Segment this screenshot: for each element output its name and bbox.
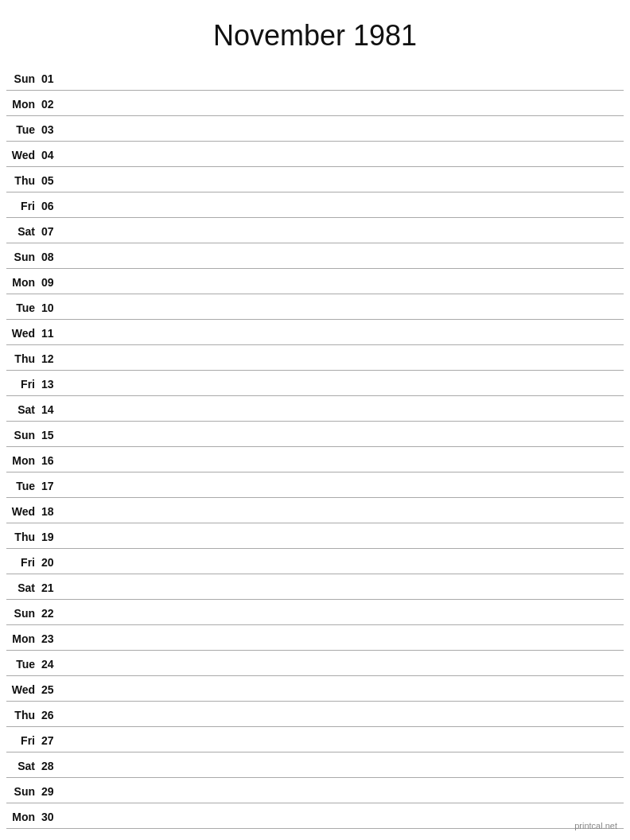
day-name: Sun: [6, 429, 40, 441]
calendar-row: Wed25: [6, 676, 624, 702]
day-line: [64, 740, 624, 741]
day-number: 17: [40, 480, 64, 492]
day-number: 06: [40, 200, 64, 212]
day-line: [64, 689, 624, 690]
footer-text: printcal.net: [574, 821, 617, 830]
day-name: Mon: [6, 98, 40, 111]
day-number: 26: [40, 709, 64, 721]
day-name: Thu: [6, 352, 40, 365]
day-line: [64, 231, 624, 231]
day-line: [64, 358, 624, 359]
day-line: [64, 256, 624, 257]
calendar-row: Sun08: [6, 243, 624, 269]
day-number: 08: [40, 251, 64, 263]
calendar-row: Thu26: [6, 702, 624, 727]
day-line: [64, 791, 624, 791]
day-number: 05: [40, 174, 64, 187]
calendar-row: Sat28: [6, 752, 624, 778]
day-line: [64, 816, 624, 817]
day-number: 19: [40, 531, 64, 543]
day-name: Tue: [6, 658, 40, 671]
day-line: [64, 536, 624, 537]
calendar-row: Wed11: [6, 320, 624, 345]
calendar-row: Tue24: [6, 651, 624, 676]
day-name: Sun: [6, 607, 40, 620]
calendar-row: Sat07: [6, 218, 624, 243]
calendar-row: Tue03: [6, 116, 624, 142]
day-number: 14: [40, 403, 64, 416]
day-name: Thu: [6, 174, 40, 187]
calendar-row: Sun29: [6, 778, 624, 803]
day-line: [64, 103, 624, 104]
calendar-row: Mon30: [6, 803, 624, 829]
day-name: Thu: [6, 531, 40, 543]
day-name: Sat: [6, 225, 40, 238]
day-number: 24: [40, 658, 64, 671]
day-line: [64, 765, 624, 766]
page-title: November 1981: [0, 0, 630, 65]
calendar-row: Fri06: [6, 192, 624, 218]
day-name: Sun: [6, 72, 40, 85]
day-number: 07: [40, 225, 64, 238]
day-line: [64, 714, 624, 715]
day-name: Fri: [6, 200, 40, 212]
day-line: [64, 205, 624, 206]
day-number: 18: [40, 505, 64, 518]
day-name: Fri: [6, 556, 40, 569]
day-number: 25: [40, 683, 64, 696]
calendar-row: Thu05: [6, 167, 624, 192]
calendar-row: Tue17: [6, 472, 624, 498]
day-number: 04: [40, 149, 64, 161]
calendar-row: Thu19: [6, 523, 624, 549]
day-name: Sat: [6, 403, 40, 416]
calendar-grid: Sun01Mon02Tue03Wed04Thu05Fri06Sat07Sun08…: [0, 65, 630, 829]
day-line: [64, 612, 624, 613]
day-line: [64, 282, 624, 282]
day-name: Mon: [6, 454, 40, 467]
calendar-row: Sat14: [6, 396, 624, 422]
day-line: [64, 587, 624, 588]
day-line: [64, 663, 624, 664]
calendar-row: Mon09: [6, 269, 624, 294]
calendar-row: Mon16: [6, 447, 624, 472]
day-name: Mon: [6, 276, 40, 289]
day-name: Thu: [6, 709, 40, 721]
day-name: Wed: [6, 149, 40, 161]
day-line: [64, 460, 624, 461]
calendar-row: Mon02: [6, 91, 624, 116]
day-line: [64, 409, 624, 410]
day-line: [64, 383, 624, 384]
day-name: Sat: [6, 760, 40, 772]
calendar-row: Wed04: [6, 142, 624, 167]
day-line: [64, 511, 624, 511]
calendar-row: Sun01: [6, 65, 624, 91]
day-line: [64, 638, 624, 639]
day-name: Wed: [6, 327, 40, 340]
day-number: 23: [40, 632, 64, 645]
day-name: Wed: [6, 505, 40, 518]
calendar-row: Wed18: [6, 498, 624, 523]
day-name: Tue: [6, 480, 40, 492]
day-line: [64, 307, 624, 308]
day-name: Sun: [6, 251, 40, 263]
day-name: Mon: [6, 811, 40, 823]
day-line: [64, 434, 624, 435]
day-line: [64, 78, 624, 79]
day-line: [64, 332, 624, 333]
day-line: [64, 154, 624, 155]
day-number: 03: [40, 123, 64, 136]
day-number: 12: [40, 352, 64, 365]
calendar-row: Sun22: [6, 600, 624, 625]
day-number: 16: [40, 454, 64, 467]
day-name: Sun: [6, 785, 40, 798]
day-name: Wed: [6, 683, 40, 696]
calendar-row: Tue10: [6, 294, 624, 320]
day-number: 01: [40, 72, 64, 85]
day-number: 09: [40, 276, 64, 289]
day-number: 20: [40, 556, 64, 569]
day-number: 11: [40, 327, 64, 340]
day-name: Fri: [6, 378, 40, 391]
calendar-row: Fri27: [6, 727, 624, 752]
calendar-row: Fri13: [6, 371, 624, 396]
day-name: Tue: [6, 301, 40, 314]
